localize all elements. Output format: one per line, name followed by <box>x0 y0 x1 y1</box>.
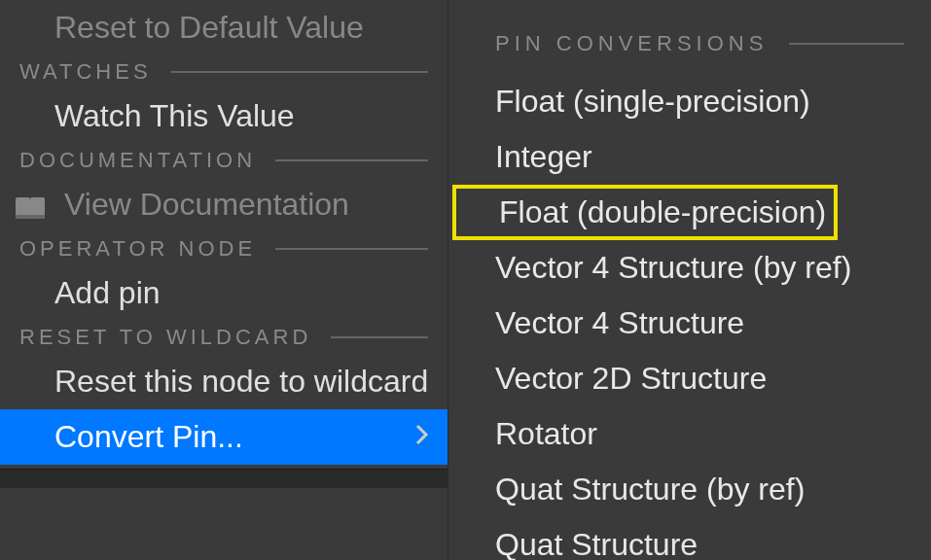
section-label: DOCUMENTATION <box>19 148 256 173</box>
section-label: OPERATOR NODE <box>19 236 256 262</box>
divider <box>171 71 428 73</box>
menu-view-documentation[interactable]: View Documentation <box>0 177 448 232</box>
divider <box>275 248 428 250</box>
menu-label: Watch This Value <box>54 98 295 134</box>
chevron-right-icon <box>414 422 430 453</box>
conversion-rotator[interactable]: Rotator <box>448 406 931 462</box>
section-pin-conversions: PIN CONVERSIONS <box>448 27 931 74</box>
menu-reset-node-wildcard[interactable]: Reset this node to wildcard <box>0 354 448 409</box>
menu-label: Rotator <box>495 416 597 451</box>
section-reset-wildcard: RESET TO WILDCARD <box>0 321 448 354</box>
menu-label: Vector 2D Structure <box>495 361 767 396</box>
menu-label: Quat Structure <box>495 527 698 560</box>
section-documentation: DOCUMENTATION <box>0 144 448 177</box>
section-operator-node: OPERATOR NODE <box>0 232 448 265</box>
context-menu-left: Reset to Default Value WATCHES Watch Thi… <box>0 0 448 560</box>
menu-label: Float (double-precision) <box>499 194 826 229</box>
menu-label: Convert Pin... <box>54 419 243 455</box>
menu-reset-default[interactable]: Reset to Default Value <box>0 0 448 55</box>
section-label: WATCHES <box>19 59 152 85</box>
divider <box>331 336 428 338</box>
svg-rect-0 <box>16 215 45 219</box>
divider <box>275 159 428 161</box>
menu-label: Vector 4 Structure (by ref) <box>495 250 851 285</box>
conversion-vector2d[interactable]: Vector 2D Structure <box>448 351 931 406</box>
submenu-pin-conversions: PIN CONVERSIONS Float (single-precision)… <box>448 0 931 560</box>
menu-label: Reset this node to wildcard <box>54 364 428 400</box>
conversion-quat[interactable]: Quat Structure <box>448 517 931 560</box>
conversion-quat-byref[interactable]: Quat Structure (by ref) <box>448 462 931 517</box>
menu-label: Vector 4 Structure <box>495 305 744 340</box>
menu-label: Reset to Default Value <box>54 10 364 46</box>
section-label: RESET TO WILDCARD <box>19 325 311 350</box>
book-icon <box>14 192 47 218</box>
menu-watch-this-value[interactable]: Watch This Value <box>0 88 448 144</box>
conversion-float-double[interactable]: Float (double-precision) <box>452 185 838 240</box>
divider <box>789 43 904 45</box>
panel-edge <box>0 469 448 488</box>
section-label: PIN CONVERSIONS <box>495 31 768 56</box>
conversion-vector4[interactable]: Vector 4 Structure <box>448 296 931 351</box>
menu-add-pin[interactable]: Add pin <box>0 265 448 321</box>
section-watches: WATCHES <box>0 55 448 88</box>
menu-label: Float (single-precision) <box>495 84 810 119</box>
conversion-integer[interactable]: Integer <box>448 129 931 185</box>
menu-convert-pin[interactable]: Convert Pin... <box>0 409 448 465</box>
conversion-vector4-byref[interactable]: Vector 4 Structure (by ref) <box>448 240 931 296</box>
menu-label: View Documentation <box>64 187 349 223</box>
menu-label: Integer <box>495 139 592 174</box>
conversion-float-single[interactable]: Float (single-precision) <box>448 74 931 129</box>
menu-label: Quat Structure (by ref) <box>495 472 805 507</box>
menu-label: Add pin <box>54 275 161 311</box>
